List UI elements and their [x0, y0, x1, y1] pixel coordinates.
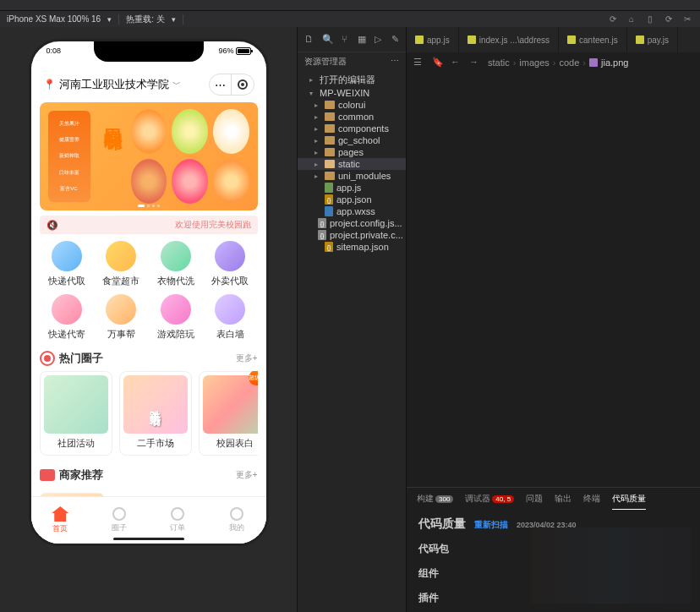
announcement-bar[interactable]: 🔇 欢迎使用完美校园跑	[40, 216, 258, 234]
term-tab-problems[interactable]: 问题	[526, 491, 543, 506]
menu-confession[interactable]: 表白墙	[203, 294, 258, 341]
phone-notch	[94, 41, 204, 62]
battery-icon	[236, 47, 251, 55]
menu-express-send[interactable]: 快递代寄	[40, 294, 95, 341]
location-picker[interactable]: 📍 河南工业职业技术学院 ﹀	[43, 77, 181, 92]
tab-canteen-js[interactable]: canteen.js	[559, 27, 627, 52]
menu-takeout[interactable]: 外卖代取	[203, 241, 258, 287]
tab-app-js[interactable]: app.js	[407, 27, 459, 52]
capsule-menu[interactable]: ⋯	[210, 74, 232, 95]
menu-gaming[interactable]: 游戏陪玩	[149, 294, 204, 341]
circle-market[interactable]: 跳蚤市场二手市场	[119, 371, 192, 456]
tab-index-js[interactable]: index.js ...\address	[459, 27, 559, 52]
file-sitemap[interactable]: {}sitemap.json	[298, 241, 406, 253]
circle-confession[interactable]: 校园表白超级火爆	[199, 371, 258, 456]
term-tab-quality[interactable]: 代码质量	[612, 491, 646, 506]
file-explorer: 🗋 🔍 ⑂ ▦ ▷ ✎ 资源管理器⋯ ▸打开的编辑器 ▾MP-WEIXIN ▸c…	[297, 27, 407, 612]
phone-icon[interactable]: ▯	[644, 14, 656, 25]
refresh-icon[interactable]: ⟳	[607, 14, 619, 25]
file-app-wxss[interactable]: app.wxss	[298, 205, 406, 217]
capsule-close[interactable]	[232, 74, 254, 95]
tab-mine[interactable]: 我的	[207, 497, 266, 544]
layout-icon[interactable]: ☰	[413, 57, 425, 68]
breadcrumb: ☰ 🔖 ← → static› images› code› jia.png	[407, 52, 700, 73]
term-tab-debugger[interactable]: 调试器40, 5	[465, 491, 514, 506]
ext-icon[interactable]: ▦	[358, 34, 366, 45]
folder-components[interactable]: ▸components	[298, 123, 406, 134]
rotate-icon[interactable]: ⟳	[663, 14, 675, 25]
explorer-toolbar: 🗋 🔍 ⑂ ▦ ▷ ✎	[298, 27, 406, 52]
canteen-icon	[106, 241, 136, 271]
tab-home[interactable]: 首页	[31, 497, 90, 544]
menu-laundry[interactable]: 衣物代洗	[149, 241, 204, 287]
editor-area: app.js index.js ...\address canteen.js p…	[407, 27, 700, 612]
folder-pages[interactable]: ▸pages	[298, 146, 406, 158]
tab-circles[interactable]: 圈子	[90, 497, 149, 544]
term-tab-terminal[interactable]: 终端	[583, 491, 600, 506]
bookmark-icon[interactable]: 🔖	[432, 57, 444, 68]
folder-static[interactable]: ▸static	[298, 158, 406, 170]
file-app-json[interactable]: {}app.json	[298, 194, 406, 205]
open-editors-header[interactable]: ▸打开的编辑器	[298, 73, 406, 87]
config-file-icon: {}	[318, 230, 326, 240]
home-icon	[52, 506, 68, 522]
forward-icon[interactable]: →	[469, 57, 481, 68]
shops-more[interactable]: 更多+	[236, 469, 258, 481]
location-name: 河南工业职业技术学院	[59, 77, 169, 92]
circles-icon	[40, 351, 55, 366]
hero-banner[interactable]: 天然果汁健康营养新鲜榨取口味丰富富含VC 初春口味	[40, 102, 258, 210]
menu-errand[interactable]: 万事帮	[94, 294, 149, 341]
js-file-icon	[468, 36, 476, 44]
folder-icon	[325, 136, 335, 145]
brush-icon[interactable]: ✎	[391, 34, 399, 45]
file-tree: ▸打开的编辑器 ▾MP-WEIXIN ▸colorui ▸common ▸com…	[298, 71, 406, 254]
folder-gc-school[interactable]: ▸gc_school	[298, 134, 406, 146]
file-project-private[interactable]: {}project.private.c...	[298, 229, 406, 241]
hot-reload[interactable]: 热重载: 关	[126, 14, 165, 25]
editor-body[interactable]	[407, 73, 700, 487]
breadcrumb-segment[interactable]: static	[488, 57, 510, 68]
home-icon[interactable]: ⌂	[626, 14, 637, 25]
file-app-js[interactable]: app.js	[298, 182, 406, 194]
location-pin-icon: 📍	[43, 79, 56, 90]
rescan-button[interactable]: 重新扫描	[474, 519, 508, 531]
breadcrumb-segment[interactable]: code	[560, 57, 580, 68]
orders-tab-icon	[171, 507, 184, 521]
tab-pay-js[interactable]: pay.js	[627, 27, 678, 52]
explorer-menu-icon[interactable]: ⋯	[391, 56, 399, 68]
term-tab-output[interactable]: 输出	[555, 491, 571, 506]
files-icon[interactable]: 🗋	[304, 34, 314, 45]
banner-title: 初春口味	[101, 114, 126, 117]
cut-icon[interactable]: ✂	[681, 14, 693, 25]
announcement-text: 欢迎使用完美校园跑	[175, 219, 251, 231]
file-project-config[interactable]: {}project.config.js...	[298, 217, 406, 229]
search-icon[interactable]: 🔍	[322, 34, 333, 45]
circle-club[interactable]: 社团活动	[40, 371, 112, 456]
breadcrumb-current[interactable]: jia.png	[601, 57, 628, 68]
mine-tab-icon	[230, 507, 243, 521]
folder-icon	[325, 148, 335, 156]
menu-canteen[interactable]: 食堂超市	[94, 241, 149, 287]
term-tab-build[interactable]: 构建300	[417, 491, 453, 506]
breadcrumb-segment[interactable]: images	[519, 57, 549, 68]
takeout-icon	[215, 241, 245, 271]
device-selector[interactable]: iPhone XS Max 100% 16	[7, 14, 101, 24]
tab-orders[interactable]: 订单	[149, 497, 208, 544]
folder-uni-modules[interactable]: ▸uni_modules	[298, 170, 406, 182]
shop-icon	[40, 469, 55, 481]
menu-express-pickup[interactable]: 快递代取	[40, 241, 95, 287]
circles-tab-icon	[112, 507, 126, 521]
back-icon[interactable]: ←	[451, 57, 462, 68]
js-file-icon	[567, 36, 576, 44]
project-root[interactable]: ▾MP-WEIXIN	[298, 87, 406, 99]
folder-colorui[interactable]: ▸colorui	[298, 99, 406, 111]
device-toolbar[interactable]: iPhone XS Max 100% 16 ▾ 热重载: 关 ▾ ⟳ ⌂ ▯ ⟳…	[0, 10, 700, 27]
branch-icon[interactable]: ⑂	[342, 34, 349, 45]
circles-more[interactable]: 更多+	[236, 352, 258, 364]
folder-common[interactable]: ▸common	[298, 111, 406, 123]
chevron-down-icon: ﹀	[172, 79, 181, 90]
play-icon[interactable]: ▷	[375, 34, 382, 45]
js-file-icon	[415, 36, 424, 44]
wxss-file-icon	[325, 206, 333, 216]
carousel-dots	[138, 205, 160, 207]
